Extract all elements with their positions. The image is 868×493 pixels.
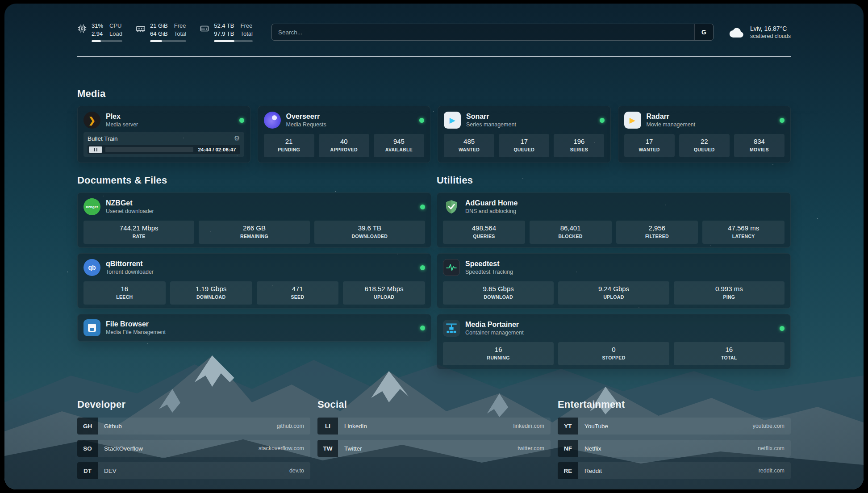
section-title-developer: Developer [77,399,310,410]
cpu-progress-bar [92,40,122,42]
memory-widget: 21 GiB Free 64 GiB Total [136,22,186,42]
adguard-shield-icon [443,198,460,215]
cpu-label: CPU [109,22,122,30]
topbar-divider [77,56,791,57]
playback-time: 24:44 / 02:06:47 [198,147,236,152]
status-dot [420,205,425,209]
app-name: File Browser [106,320,166,328]
bookmark-url: github.com [277,423,304,429]
disk-icon [200,24,209,33]
bookmark-url: netflix.com [758,445,785,451]
bookmark-youtube[interactable]: YT YouTube youtube.com [558,418,791,435]
bookmark-abbr: NF [558,440,578,457]
nzbget-card[interactable]: nzbget NZBGet Usenet downloader 744.21 M… [77,192,431,248]
bookmark-dev[interactable]: DT DEV dev.to [77,462,310,479]
sonarr-card[interactable]: ▶ Sonarr Series management 485 WANTED 17… [438,106,611,163]
filebrowser-icon [83,319,100,336]
bookmark-linkedin[interactable]: LI LinkedIn linkedin.com [317,418,551,435]
disk-total-label: Total [240,30,252,38]
plex-card[interactable]: ❯ Plex Media server Bullet Train ⚙ [77,106,250,163]
bookmark-name: Github [104,423,122,430]
bookmark-name: DEV [104,468,117,474]
bookmark-stackoverflow[interactable]: SO StackOverflow stackoverflow.com [77,440,310,457]
bookmark-name: StackOverflow [104,445,143,452]
nzbget-icon: nzbget [83,198,100,215]
status-dot [780,326,785,331]
speedtest-card[interactable]: Speedtest Speedtest Tracking 9.65 Gbps D… [437,253,791,309]
stat-total: 16 TOTAL [674,342,785,365]
filebrowser-card[interactable]: File Browser Media File Management [77,314,431,342]
overseerr-card[interactable]: Overseerr Media Requests 21 PENDING 40 A… [258,106,431,163]
memory-total-value: 64 GiB [150,30,168,38]
app-name: AdGuard Home [465,199,517,207]
radarr-icon: ▶ [624,112,641,129]
stat-leech: 16 LEECH [83,281,166,305]
status-dot [420,326,425,330]
bookmark-twitter[interactable]: TW Twitter twitter.com [317,440,551,457]
app-name: Overseerr [286,113,326,121]
app-subtitle: Speedtest Tracking [465,269,513,275]
memory-progress-bar [150,40,186,42]
stat-pending: 21 PENDING [264,134,314,157]
app-subtitle: Media server [106,121,138,128]
qbittorrent-card[interactable]: qb qBittorrent Torrent downloader 16 LEE… [77,253,431,309]
bookmark-abbr: LI [317,418,338,435]
bookmark-abbr: SO [77,440,98,457]
media-cards-row: ❯ Plex Media server Bullet Train ⚙ [77,106,791,163]
overseerr-icon [264,112,281,129]
app-name: qBittorrent [106,260,154,268]
cpu-widget: 31% CPU 2.94 Load [77,22,122,42]
stat-latency: 47.569 ms LATENCY [702,221,785,244]
cpu-load-label: Load [109,30,122,38]
status-dot [239,118,244,123]
stat-running: 16 RUNNING [443,342,554,365]
disk-free-label: Free [240,22,252,30]
stat-download: 1.19 Gbps DOWNLOAD [170,281,252,305]
stat-movies: 834 MOVIES [734,134,785,157]
memory-free-label: Free [174,22,186,30]
documents-column: Documents & Files nzbget NZBGet Usenet d… [77,175,431,375]
bookmark-reddit[interactable]: RE Reddit reddit.com [558,462,791,479]
bookmark-url: reddit.com [759,468,785,474]
bookmark-group-social: Social LI LinkedIn linkedin.com TW Twitt… [317,399,551,485]
app-subtitle: Container management [465,330,524,336]
disk-progress-bar [214,40,253,42]
bookmark-abbr: YT [558,418,578,435]
bookmark-name: Twitter [344,445,362,452]
bookmark-url: dev.to [289,468,304,474]
now-playing-title: Bullet Train [88,135,118,142]
app-name: Media Portainer [465,321,524,329]
bookmark-netflix[interactable]: NF Netflix netflix.com [558,440,791,457]
adguard-card[interactable]: AdGuard Home DNS and adblocking 498,564 … [437,192,791,248]
stat-blocked: 86,401 BLOCKED [530,221,612,244]
stat-approved: 40 APPROVED [319,134,369,157]
stat-queries: 498,564 QUERIES [443,221,525,244]
search-bar[interactable]: G [271,24,714,41]
stat-wanted: 17 WANTED [624,134,675,157]
dashboard-screen: 31% CPU 2.94 Load 21 GiB Free 64 GiB [4,4,864,489]
bookmark-url: twitter.com [517,445,544,451]
stat-rate: 744.21 Mbps RATE [83,221,194,244]
search-provider-button[interactable]: G [694,24,713,40]
pause-button[interactable] [89,146,102,153]
playback-progress-bar [105,147,193,152]
bookmark-abbr: GH [77,418,98,435]
status-dot [600,118,605,123]
gear-icon[interactable]: ⚙ [234,134,240,142]
weather-condition: scattered clouds [750,33,791,39]
stat-remaining: 266 GB REMAINING [199,221,309,244]
section-title-utilities: Utilities [437,175,791,186]
radarr-card[interactable]: ▶ Radarr Movie management 17 WANTED 22 Q… [618,106,791,163]
search-input[interactable] [272,24,694,40]
stat-queued: 22 QUEUED [679,134,730,157]
app-name: Plex [106,113,138,121]
portainer-card[interactable]: Media Portainer Container management 16 … [437,314,791,369]
bookmark-name: LinkedIn [344,423,367,430]
bookmark-github[interactable]: GH Github github.com [77,418,310,435]
status-dot [780,118,785,123]
memory-total-label: Total [174,30,186,38]
stat-stopped: 0 STOPPED [558,342,669,365]
app-subtitle: Media Requests [286,121,326,128]
stat-filtered: 2,956 FILTERED [616,221,698,244]
app-subtitle: Media File Management [106,329,166,335]
